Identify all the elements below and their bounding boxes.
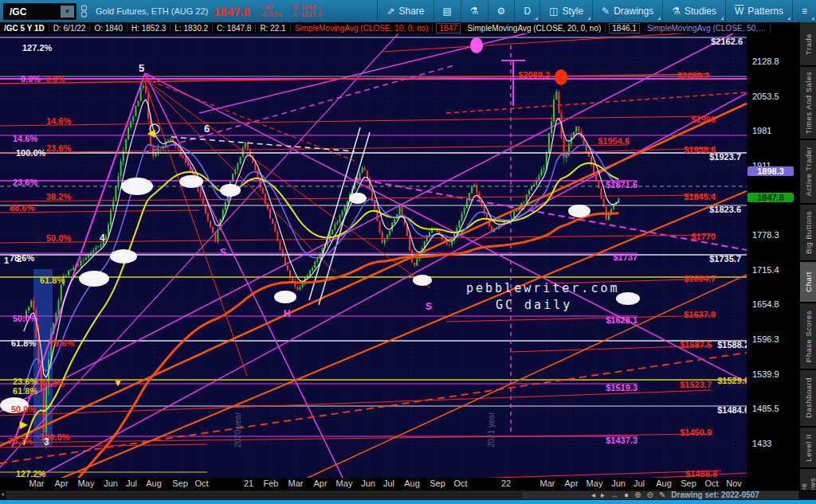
svg-text:2021 year: 2021 year: [487, 412, 496, 447]
symbol-input[interactable]: /GC ▼: [3, 3, 76, 20]
study-label-2: SimpleMovingAvg (CLOSE, 50,…: [643, 24, 771, 33]
share-icon: ⇗: [386, 6, 394, 17]
tab-active-trader[interactable]: Active Trader: [800, 140, 816, 205]
time-axis-label: Oct: [188, 479, 215, 488]
window-bottom-border: [0, 500, 816, 504]
studies-button[interactable]: ⚗Studies: [662, 0, 725, 22]
pan-right-icon[interactable]: ▸: [601, 490, 605, 499]
price-axis-label: 1596.3: [752, 334, 779, 344]
price-axis-label: 1485.5: [752, 404, 779, 413]
report-icon: ▤: [443, 6, 452, 17]
svg-text:$1437.3: $1437.3: [606, 436, 638, 445]
study-label-0: SimpleMovingAvg (CLOSE, 10, 0, no): [291, 24, 434, 33]
time-axis-label: Apr: [307, 479, 334, 488]
style-button[interactable]: ◫Style: [539, 0, 592, 22]
scrollbar-thumb[interactable]: [6, 491, 524, 499]
time-axis-label: Mar: [282, 479, 309, 488]
svg-text:0.0%: 0.0%: [45, 74, 65, 84]
svg-text:S: S: [220, 247, 226, 258]
analyze-button[interactable]: ⚗: [461, 0, 488, 22]
pencil-icon: ✎: [602, 6, 610, 17]
flask-icon: ⚗: [470, 6, 479, 17]
button-label: Studies: [685, 6, 716, 17]
auto-scale-icon[interactable]: ●: [624, 490, 629, 499]
svg-text:$1587.5: $1587.5: [680, 340, 712, 350]
svg-text:23.6%: 23.6%: [46, 143, 71, 153]
svg-text:4: 4: [100, 232, 105, 244]
svg-text:50.0%: 50.0%: [11, 404, 36, 414]
trading-platform-window: { "header": { "symbol": "/GC", "title": …: [0, 0, 816, 504]
drawing-set-label[interactable]: Drawing set: 2022-0507: [671, 490, 759, 499]
tab-phase-scores[interactable]: Phase Scores: [800, 303, 816, 369]
grid-button[interactable]: ≡: [792, 0, 816, 22]
tab-chart[interactable]: Chart: [800, 262, 816, 303]
button-label: Drawings: [614, 6, 653, 17]
ohlc-field-1: O: 1840: [90, 24, 128, 33]
ohlc-field-0: D: 6/1/22: [49, 24, 91, 33]
svg-text:$1519.3: $1519.3: [606, 383, 638, 393]
tab-level-ii[interactable]: Level II: [800, 428, 816, 469]
tab-dashboard[interactable]: Dashboard: [800, 370, 816, 428]
time-axis-label: May: [581, 479, 608, 488]
svg-text:GC daily: GC daily: [496, 298, 572, 312]
tab-label: Active Trader: [804, 147, 813, 196]
link-icon[interactable]: [80, 5, 88, 21]
svg-text:H: H: [284, 308, 291, 319]
right-tab-rail: TradeTimes And SalesActive TraderBig But…: [800, 22, 816, 500]
svg-text:70.7%: 70.7%: [8, 436, 33, 446]
svg-text:2: 2: [17, 254, 22, 264]
pattern-icon: W: [735, 6, 743, 17]
draw-mode-icon[interactable]: ✎: [659, 490, 665, 499]
svg-text:61.8%: 61.8%: [13, 386, 37, 396]
price-axis[interactable]: 2128.82053.5198119111778.31715.41654.815…: [747, 33, 800, 478]
zoom-out-icon[interactable]: ⊖: [647, 490, 653, 499]
svg-text:S: S: [426, 301, 432, 312]
svg-text:0.0%: 0.0%: [21, 74, 41, 84]
study-value-1: 1846.1: [609, 23, 640, 33]
price-badge-1847.8: 1847.8: [747, 193, 794, 202]
drawings-button[interactable]: ✎Drawings: [592, 0, 662, 22]
time-axis-label: Mar: [534, 479, 561, 488]
time-axis-label: Jul: [626, 479, 653, 488]
fit-width-icon[interactable]: ↔: [610, 490, 618, 499]
time-axis-label: Nov: [720, 479, 747, 488]
svg-text:14.6%: 14.6%: [13, 134, 37, 143]
svg-text:127.2%: 127.2%: [22, 43, 53, 53]
ohlc-field-2: H: 1852.3: [128, 24, 171, 33]
price-plot[interactable]: ◀▼▶127.2%0.0%0.0%14.6%14.6%23.6%100.0%23…: [0, 33, 747, 478]
price-axis-label: 2053.5: [752, 92, 779, 101]
price-axis-label: 1433: [752, 439, 771, 448]
time-axis-label: May: [73, 479, 100, 488]
symbol-dropdown-caret[interactable]: ▼: [61, 6, 74, 18]
svg-text:6: 6: [204, 123, 210, 135]
instrument-title: Gold Futures, ETH (AUG 22): [96, 6, 208, 16]
svg-text:50.0%: 50.0%: [13, 314, 37, 323]
timeframe-button[interactable]: D: [514, 0, 539, 22]
button-label: D: [524, 6, 531, 17]
time-axis-label: Aug: [398, 479, 426, 488]
report-button[interactable]: ▤: [434, 0, 461, 22]
tab-big-buttons[interactable]: Big Buttons: [800, 205, 816, 262]
zoom-in-icon[interactable]: ⊕: [634, 490, 641, 499]
tab-trade[interactable]: Trade: [800, 22, 816, 67]
time-axis[interactable]: MarAprMayJunJulAugSepOct21FebMarAprMayJu…: [0, 478, 800, 490]
scroll-left-icon[interactable]: ◂: [1, 490, 4, 498]
patterns-button[interactable]: WPatterns: [725, 0, 792, 22]
button-label: Share: [398, 6, 424, 17]
svg-text:50.0%: 50.0%: [46, 233, 71, 243]
settings-button[interactable]: ⚙: [488, 0, 515, 22]
chart-area[interactable]: ◀▼▶127.2%0.0%0.0%14.6%14.6%23.6%100.0%23…: [0, 33, 800, 478]
pan-left-icon[interactable]: ◂: [591, 490, 595, 499]
study-label-1: SimpleMovingAvg (CLOSE, 20, 0, no): [464, 24, 606, 33]
bid-ask: B: 1847.7A: 1847.9: [292, 4, 321, 18]
share-button[interactable]: ⇗Share: [377, 0, 433, 22]
svg-text:$1450.9: $1450.9: [680, 428, 712, 437]
svg-text:$1523.7: $1523.7: [680, 380, 712, 389]
price-axis-label: 2128.8: [752, 57, 779, 66]
price-axis-label: 1654.8: [752, 299, 779, 309]
top-toolbar: /GC ▼ Gold Futures, ETH (AUG 22) 1847.8 …: [0, 0, 816, 22]
ohlc-field-4: C: 1847.8: [213, 24, 256, 33]
svg-text:127.2%: 127.2%: [16, 469, 46, 478]
tab-times-and-sales[interactable]: Times And Sales: [800, 67, 816, 139]
svg-text:78.6%: 78.6%: [49, 338, 74, 348]
